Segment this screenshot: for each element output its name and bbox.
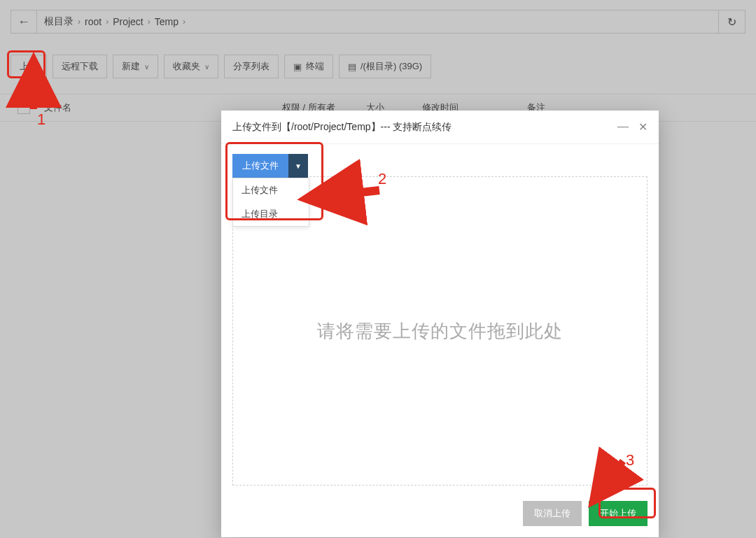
dialog-header: 上传文件到【/root/Project/Temp】--- 支持断点续传 — ✕ — [221, 111, 659, 144]
upload-dropdown-toggle[interactable]: ▼ — [288, 154, 308, 178]
caret-down-icon: ▼ — [295, 162, 302, 170]
close-icon[interactable]: ✕ — [638, 120, 648, 134]
upload-menu-dir[interactable]: 上传目录 — [233, 202, 309, 226]
upload-split-button: 上传文件 ▼ 上传文件 上传目录 — [232, 154, 308, 178]
minimize-icon[interactable]: — — [617, 120, 629, 134]
dialog-body: 上传文件 ▼ 上传文件 上传目录 请将需要上传的文件拖到此处 — [221, 144, 659, 493]
upload-menu-file[interactable]: 上传文件 — [233, 178, 309, 202]
dialog-title: 上传文件到【/root/Project/Temp】--- 支持断点续传 — [232, 121, 451, 134]
dialog-footer: 取消上传 开始上传 — [221, 493, 659, 537]
start-upload-button[interactable]: 开始上传 — [589, 501, 648, 526]
cancel-upload-button[interactable]: 取消上传 — [523, 501, 582, 526]
upload-dialog: 上传文件到【/root/Project/Temp】--- 支持断点续传 — ✕ … — [221, 111, 659, 537]
dropzone-text: 请将需要上传的文件拖到此处 — [317, 319, 563, 344]
upload-dropdown-menu: 上传文件 上传目录 — [232, 178, 309, 227]
upload-file-button[interactable]: 上传文件 — [232, 154, 288, 178]
